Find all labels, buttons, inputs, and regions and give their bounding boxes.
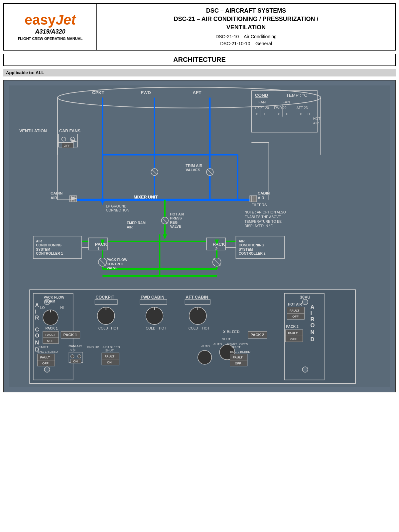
svg-text:CONTROL: CONTROL <box>107 262 124 266</box>
svg-text:FAULT: FAULT <box>288 332 298 335</box>
svg-text:D: D <box>35 346 39 353</box>
svg-point-171 <box>302 367 308 372</box>
svg-text:30VU: 30VU <box>300 295 310 299</box>
svg-text:RAM AIR: RAM AIR <box>68 344 82 347</box>
svg-point-188 <box>70 354 74 358</box>
svg-text:COLD: COLD <box>98 327 108 330</box>
svg-text:AFT 23: AFT 23 <box>297 106 308 109</box>
svg-text:CAB FANS: CAB FANS <box>59 128 80 133</box>
svg-text:1: 1 <box>97 246 100 251</box>
svg-point-189 <box>77 354 81 358</box>
applicable-bar: Applicable to: ALL <box>3 69 396 76</box>
aft-label: AFT <box>193 90 201 95</box>
svg-text:VENTILATION: VENTILATION <box>19 128 47 133</box>
svg-text:HOT: HOT <box>313 117 321 121</box>
svg-text:S BL: S BL <box>69 348 76 352</box>
svg-text:PACK FLOW: PACK FLOW <box>44 295 64 299</box>
svg-text:ON: ON <box>73 360 78 363</box>
svg-text:PACK 2: PACK 2 <box>250 333 264 337</box>
svg-text:DISPLAYED IN °F.: DISPLAYED IN °F. <box>244 224 273 228</box>
svg-text:PACK: PACK <box>213 242 225 247</box>
svg-text:SYSTEM: SYSTEM <box>239 248 253 251</box>
svg-text:FAN: FAN <box>258 100 266 104</box>
svg-text:CONDITIONING: CONDITIONING <box>239 243 264 247</box>
svg-text:H: H <box>264 112 267 115</box>
svg-text:X BLEED: X BLEED <box>223 330 240 333</box>
svg-text:PACK: PACK <box>95 242 107 247</box>
svg-text:H: H <box>308 112 310 115</box>
svg-text:ENG 2 BLEED: ENG 2 BLEED <box>230 350 251 353</box>
svg-text:START: START <box>39 345 49 348</box>
svg-text:PRESS: PRESS <box>170 216 182 220</box>
svg-text:FWD 22: FWD 22 <box>274 106 287 109</box>
header: easyJet A319/A320 FLIGHT CREW OPERATING … <box>3 3 396 51</box>
section-title: ARCHITECTURE <box>3 54 396 66</box>
svg-text:ENG 1 BLEED: ENG 1 BLEED <box>37 350 58 353</box>
svg-text:COND: COND <box>255 93 268 98</box>
svg-text:A: A <box>35 302 39 308</box>
svg-text:SHUT: SHUT <box>105 349 114 352</box>
svg-text:I: I <box>35 308 37 315</box>
svg-text:ENABLES THE ABOVE: ENABLES THE ABOVE <box>244 215 281 219</box>
svg-text:OFF: OFF <box>292 315 299 318</box>
fwd-label: FWD <box>141 90 151 95</box>
svg-text:N: N <box>310 329 314 335</box>
svg-text:REG: REG <box>170 220 178 224</box>
svg-text:COLD: COLD <box>146 327 156 330</box>
svg-text:AIR: AIR <box>51 196 57 200</box>
svg-text:FAULT: FAULT <box>40 356 50 359</box>
svg-text:CONTROLLER 2: CONTROLLER 2 <box>239 252 266 255</box>
svg-point-201 <box>198 350 212 364</box>
svg-text:C: C <box>300 112 302 115</box>
svg-text:AIR: AIR <box>258 196 264 200</box>
svg-text:MIXER UNIT: MIXER UNIT <box>134 195 158 199</box>
svg-text:H: H <box>286 112 288 115</box>
svg-text:AFT CABIN: AFT CABIN <box>186 295 208 299</box>
svg-text:LO: LO <box>40 306 45 310</box>
architecture-diagram: CPKT FWD AFT COND TEMP : °C FAN FAN CKPT… <box>9 85 390 387</box>
svg-text:AUTO: AUTO <box>213 342 222 346</box>
svg-text:I: I <box>310 310 312 316</box>
svg-text:OFF: OFF <box>42 361 49 365</box>
svg-text:GND HP: GND HP <box>87 345 99 348</box>
svg-text:SHUT: SHUT <box>222 337 231 340</box>
svg-text:FAULT: FAULT <box>105 354 115 358</box>
manual-title: FLIGHT CREW OPERATING MANUAL <box>18 37 83 41</box>
svg-text:OFF: OFF <box>290 337 297 340</box>
svg-text:COCKPIT: COCKPIT <box>95 295 114 299</box>
svg-text:AUTO: AUTO <box>201 344 210 347</box>
svg-text:CABIN: CABIN <box>51 191 63 195</box>
svg-text:VALVE: VALVE <box>170 225 181 228</box>
svg-text:FAULT: FAULT <box>290 309 300 312</box>
svg-text:CONDITIONING: CONDITIONING <box>36 243 62 247</box>
svg-text:FAN: FAN <box>283 100 290 104</box>
svg-text:A: A <box>310 304 314 310</box>
svg-text:EMER RAM: EMER RAM <box>127 221 146 224</box>
aircraft-type: A319/A320 <box>35 28 65 35</box>
svg-text:CKPT 20: CKPT 20 <box>255 106 269 109</box>
svg-text:C: C <box>256 112 258 115</box>
svg-text:AIR: AIR <box>313 121 319 125</box>
svg-text:N: N <box>35 339 39 346</box>
svg-text:HI: HI <box>60 306 64 310</box>
svg-text:OFF: OFF <box>235 361 241 365</box>
svg-text:COLD: COLD <box>189 327 198 330</box>
svg-text:NOTE : AN OPTION ALSO: NOTE : AN OPTION ALSO <box>244 210 286 214</box>
svg-text:HOT AIR: HOT AIR <box>288 302 302 306</box>
svg-text:ON: ON <box>107 360 112 364</box>
svg-text:FAULT: FAULT <box>45 333 55 336</box>
header-right: DSC – AIRCRAFT SYSTEMS DSC-21 – AIR COND… <box>97 4 395 50</box>
svg-text:AIR: AIR <box>127 225 133 229</box>
svg-text:AIR: AIR <box>36 239 42 243</box>
svg-text:PACK FLOW: PACK FLOW <box>107 258 127 262</box>
svg-text:FILTERS: FILTERS <box>251 202 267 206</box>
svg-text:2: 2 <box>215 246 218 251</box>
svg-text:CONNECTION: CONNECTION <box>106 208 129 212</box>
sub-title: DSC-21-10 – Air Conditioning DSC-21-10-1… <box>215 33 277 47</box>
svg-text:APU BLEED: APU BLEED <box>102 345 120 348</box>
svg-text:NORM: NORM <box>45 300 55 303</box>
svg-point-118 <box>44 367 50 372</box>
svg-text:OPEN: OPEN <box>239 342 248 346</box>
svg-text:PACK 1: PACK 1 <box>45 327 58 330</box>
svg-text:TRIM AIR: TRIM AIR <box>186 163 202 167</box>
